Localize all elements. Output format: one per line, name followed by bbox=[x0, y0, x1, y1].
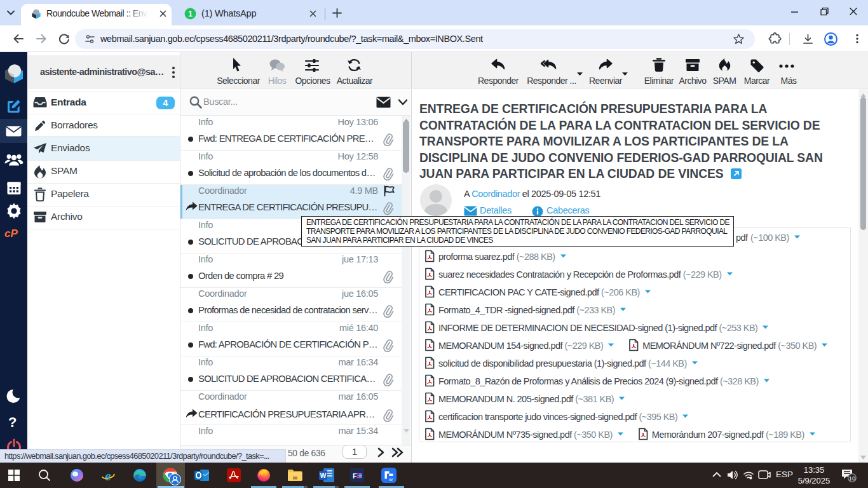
svg-text:e: e bbox=[105, 468, 111, 482]
svg-text:1: 1 bbox=[188, 10, 193, 18]
svg-text:F: F bbox=[353, 472, 357, 480]
svg-text:W: W bbox=[389, 478, 393, 482]
svg-text:10: 10 bbox=[849, 475, 856, 482]
svg-text:W: W bbox=[320, 471, 327, 479]
